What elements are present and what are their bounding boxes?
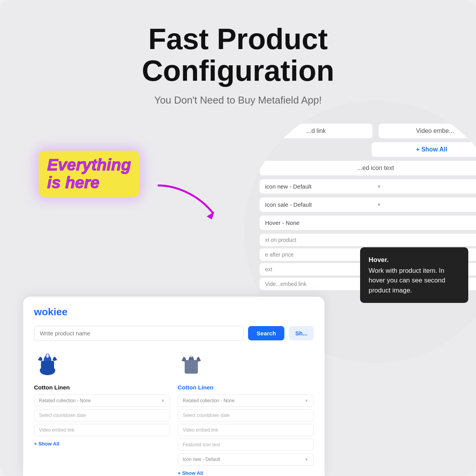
product-name-2: Cotton Linen: [178, 384, 314, 391]
product-panel: wokiee Search Sh...: [23, 297, 325, 476]
chevron-down-icon: ▼: [161, 398, 165, 403]
badge-text: Everything is here: [47, 156, 131, 192]
search-input[interactable]: [34, 326, 243, 341]
chevron-down-icon: ▼: [304, 457, 309, 462]
product-card-2: Cotton Linen Related collection - None ▼…: [178, 349, 314, 476]
badge: Everything is here: [39, 151, 139, 197]
svg-rect-12: [190, 354, 192, 357]
product-shirt-plaid-icon: [178, 349, 205, 376]
related-collection-row-2[interactable]: Related collection - None ▼: [178, 394, 314, 407]
show-all-link-1[interactable]: + Show All: [34, 441, 170, 447]
product-text-field-1: xt on product: [260, 234, 476, 246]
search-row: Search Sh...: [34, 326, 314, 341]
show-all-circle-link[interactable]: + Show All: [372, 142, 476, 157]
svg-rect-4: [46, 354, 49, 358]
badge-area: Everything is here: [39, 151, 139, 197]
icon-text-row-2: Featured icon text: [178, 439, 314, 451]
ad-link-pill: ...d link: [260, 124, 372, 138]
video-row-2: Video embed link: [178, 424, 314, 436]
page-wrapper: Fast Product Configuration You Don't Nee…: [0, 0, 476, 476]
product-name-1: Cotton Linen: [34, 384, 170, 391]
show-all-link-2[interactable]: + Show All: [178, 470, 314, 476]
countdown-row-2: Select countdown date: [178, 409, 314, 422]
video-embed-pill: Video embe...: [379, 124, 476, 138]
related-collection-row-1[interactable]: Related collection - None ▼: [34, 394, 170, 407]
main-title: Fast Product Configuration: [83, 23, 393, 87]
circle-row-show-all: + Show All: [260, 142, 476, 157]
tooltip-body: Work with product item. In hover you can…: [369, 266, 460, 296]
tooltip-title: Hover.: [369, 255, 460, 265]
featured-icon-text-pill: ...ed icon text: [260, 161, 476, 175]
product-image-1: [34, 349, 65, 380]
circle-row-1: ...d link Video embe...: [260, 124, 476, 138]
product-grid: Cotton Linen Related collection - None ▼…: [34, 349, 314, 476]
product-image-2: [178, 349, 209, 380]
chevron-down-icon: ▼: [377, 184, 476, 189]
chevron-down-icon: ▼: [377, 202, 476, 207]
chevron-down-icon: ▼: [304, 398, 309, 403]
hover-tooltip: Hover. Work with product item. In hover …: [360, 247, 468, 303]
circle-row-2: ...ed icon text: [260, 161, 476, 175]
icon-new-dropdown[interactable]: icon new - Default ▼: [260, 179, 476, 194]
product-shirt-blue-icon: [34, 349, 61, 376]
subtitle: You Don't Need to Buy Metafield App!: [154, 94, 321, 106]
icon-sale-dropdown[interactable]: Icon sale - Default ▼: [260, 197, 476, 212]
svg-rect-2: [41, 361, 54, 372]
arrow-icon: [151, 178, 228, 224]
search-button[interactable]: Search: [248, 326, 284, 340]
product-card-1: Cotton Linen Related collection - None ▼…: [34, 349, 170, 476]
svg-marker-0: [207, 212, 214, 219]
countdown-row-1: Select countdown date: [34, 409, 170, 422]
video-row-1: Video embed link: [34, 424, 170, 436]
show-all-button[interactable]: Sh...: [289, 326, 314, 340]
icon-new-row-2[interactable]: Icon new - Default ▼: [178, 453, 314, 466]
wokiee-logo: wokiee: [34, 306, 314, 318]
hover-dropdown[interactable]: Hover - None ▼: [260, 216, 476, 230]
